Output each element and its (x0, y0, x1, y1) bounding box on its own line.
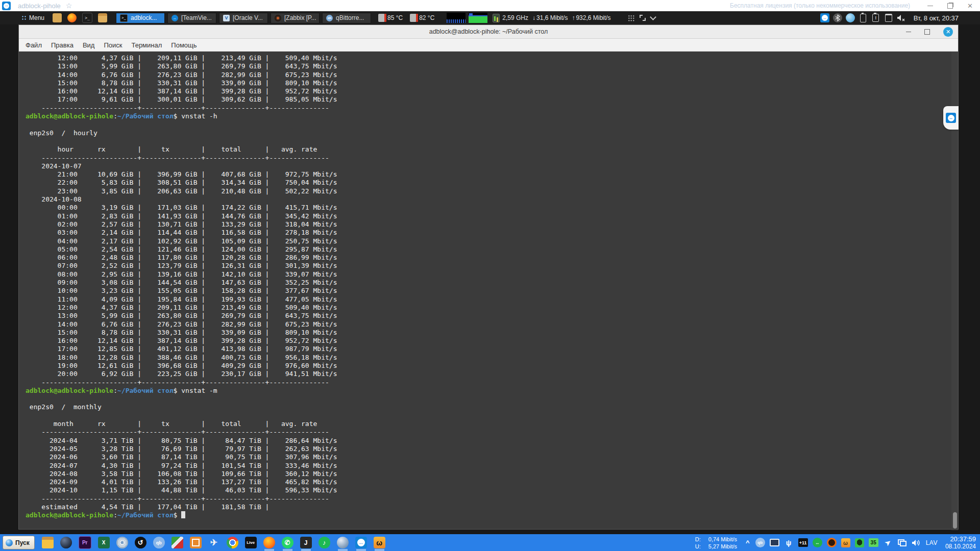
window-button-zabbix[interactable]: [Zabbix [P... (271, 13, 320, 23)
taskbar-clock[interactable]: 20:37:59 08.10.2024 (945, 535, 976, 550)
dark-sphere-app-icon[interactable] (60, 537, 72, 548)
photos-app-icon[interactable] (172, 537, 183, 548)
terminal-line: 15:00 8,78 GiB | 330,31 GiB | 339,09 GiB… (26, 79, 958, 87)
terminal-close-button[interactable]: ✕ (943, 27, 953, 37)
terminal-line: 15:00 8,78 GiB | 330,31 GiB | 339,09 GiB… (26, 329, 958, 337)
start-button[interactable]: Пуск (3, 536, 35, 549)
temperature-sensor-2[interactable]: 82 °C (410, 14, 434, 22)
bluetooth-icon[interactable] (833, 13, 842, 22)
session-tab-title[interactable]: adblock-pihole (18, 2, 61, 10)
tray-qbittorrent-icon[interactable]: qb (755, 538, 765, 547)
workspace-icon[interactable] (884, 13, 893, 22)
file-explorer-icon[interactable] (42, 537, 54, 548)
menu-help[interactable]: Помощь (166, 41, 201, 49)
terminal-line: 18:00 12,28 GiB | 388,46 GiB | 400,73 Gi… (26, 354, 958, 362)
teamviewer-sidebar-grip[interactable]: ↔ (943, 106, 959, 130)
app-grid-icon[interactable] (628, 15, 634, 21)
cpu-history-graph[interactable] (469, 13, 487, 23)
clipboard-icon[interactable]: ! (871, 13, 880, 22)
telegram-tray-icon[interactable]: ➤ (881, 536, 895, 549)
orange-app-icon[interactable] (190, 537, 202, 548)
ring-tray-icon[interactable] (827, 538, 837, 547)
remote-access-tray-icon[interactable]: ↔ (813, 538, 822, 547)
zabbix-icon (275, 15, 281, 21)
terminal-line: 13:00 5,99 GiB | 263,80 GiB | 269,79 GiB… (26, 62, 958, 70)
hidden-icons-chevron[interactable]: ^ (746, 539, 750, 546)
menu-search[interactable]: Поиск (99, 41, 127, 49)
thebat-icon[interactable]: ω (374, 537, 385, 548)
airplane-app-icon[interactable]: ✈ (208, 537, 220, 548)
volume-tray-icon[interactable] (912, 538, 921, 547)
firefox-icon[interactable] (263, 537, 275, 548)
whatsapp-icon[interactable]: ✆ (282, 537, 293, 548)
folder-launcher-icon[interactable] (98, 13, 107, 22)
scrollbar-thumb[interactable] (953, 512, 957, 529)
plus11-badge[interactable]: +11 (798, 538, 808, 547)
upload-rate-value: 932,6 Mibit/s (576, 14, 610, 21)
minimize-button[interactable] (927, 6, 933, 6)
terminal-titlebar[interactable]: adblock@adblock-pihole: ~/Рабочий стол ✕ (19, 25, 958, 39)
terminal-line: 2024-10-07 (26, 162, 958, 170)
fullscreen-icon[interactable] (640, 15, 646, 21)
files-launcher-icon[interactable] (53, 13, 62, 22)
terminal-line: 2024-08 3,58 TiB | 106,08 TiB | 109,66 T… (26, 470, 958, 478)
premiere-icon[interactable]: Pr (79, 536, 91, 549)
network-monitor-tray-icon[interactable] (897, 538, 907, 547)
network-down-rate[interactable]: ↓ 31,6 Mibit/s (532, 14, 568, 21)
live-app-icon[interactable]: Live (245, 537, 257, 548)
chrome-icon[interactable] (227, 537, 238, 548)
maximize-button[interactable] (947, 3, 953, 9)
terminal-line: 22:00 5,83 GiB | 308,51 GiB | 314,34 GiB… (26, 179, 958, 187)
panel-controls (628, 15, 655, 21)
window-button-terminal[interactable]: >_ adblock... (116, 13, 165, 23)
menu-button[interactable]: Menu (21, 14, 44, 21)
close-button[interactable]: ✕ (967, 3, 973, 9)
swirl-app-icon[interactable]: ↺ (135, 537, 146, 548)
terminal-maximize-button[interactable] (924, 29, 930, 35)
window-button-virtualbox[interactable]: V [Oracle V... (219, 13, 268, 23)
window-button-teamviewer[interactable]: ↔ [TeamVie... (167, 13, 216, 23)
volume-muted-icon[interactable] (897, 13, 906, 22)
teamviewer-icon[interactable]: ↔ (355, 537, 367, 548)
usb-tray-icon[interactable]: ψ (784, 538, 794, 547)
terminal-line: 05:00 2,54 GiB | 121,46 GiB | 124,00 GiB… (26, 245, 958, 254)
menu-edit[interactable]: Правка (46, 41, 78, 49)
menu-label: Menu (29, 14, 44, 21)
window-button-qbittorrent[interactable]: qb qBittorre... (322, 13, 371, 23)
gray-sphere-app-icon[interactable] (337, 537, 349, 548)
thebat-tray-icon[interactable]: ω (841, 538, 850, 547)
tray-teamviewer-icon[interactable]: ↔ (820, 13, 829, 22)
menu-view[interactable]: Вид (78, 41, 100, 49)
battery-icon[interactable] (859, 13, 868, 22)
chevron-down-icon[interactable] (650, 14, 657, 20)
joplin-icon[interactable]: J (300, 537, 312, 548)
display-tray-icon[interactable] (770, 538, 779, 547)
terminal-content[interactable]: 12:00 4,37 GiB | 209,11 GiB | 213,49 GiB… (19, 52, 958, 530)
cpu-frequency-widget[interactable]: 2,59 GHz (493, 14, 528, 22)
upload-value: 5,27 Mibit/s (708, 543, 737, 550)
qbittorrent-icon[interactable]: qb (153, 537, 165, 548)
panel-clock[interactable]: Вт, 8 окт, 20:37 (914, 14, 959, 22)
terminal-line: adblock@adblock-pihole:~/Рабочий стол$ v… (26, 387, 958, 395)
menu-file[interactable]: Файл (21, 41, 46, 49)
menu-terminal[interactable]: Терминал (127, 41, 166, 49)
terminal-launcher-icon[interactable]: >_ (82, 13, 92, 23)
favorite-star-icon[interactable]: ☆ (66, 2, 72, 10)
spotify-icon[interactable]: ♪ (318, 537, 330, 548)
teamviewer-logo-icon: ↔ (2, 2, 11, 10)
temperature-sensor-1[interactable]: 85 °C (378, 14, 403, 22)
disk-activity-graph[interactable] (447, 13, 465, 23)
virtualbox-icon: V (223, 15, 230, 21)
badge-35[interactable]: 35 (869, 538, 878, 547)
updater-icon[interactable] (846, 13, 855, 22)
terminal-line: 12:00 4,37 GiB | 209,11 GiB | 213,49 GiB… (26, 54, 958, 62)
lav-label[interactable]: LAV (926, 539, 938, 546)
terminal-minimize-button[interactable] (906, 32, 911, 32)
excel-icon[interactable]: X (98, 537, 110, 548)
net-speed-widget[interactable]: D:0,74 Mibit/s U:5,27 Mibit/s (695, 536, 737, 550)
alien-tray-icon[interactable] (855, 538, 864, 547)
teamviewer-icon: ↔ (172, 15, 178, 21)
network-up-rate[interactable]: ↑ 932,6 Mibit/s (572, 14, 610, 21)
firefox-launcher-icon[interactable] (67, 13, 77, 22)
cd-app-icon[interactable] (116, 537, 128, 548)
